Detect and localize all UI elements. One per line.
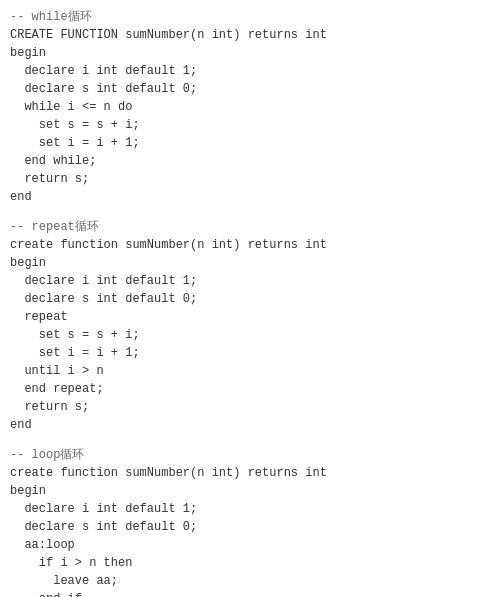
code-line: set i = i + 1; [10,344,494,362]
code-line: leave aa; [10,572,494,590]
code-line [10,434,494,446]
code-line: declare i int default 1; [10,272,494,290]
code-line: declare s int default 0; [10,80,494,98]
code-line: end while; [10,152,494,170]
code-line: begin [10,254,494,272]
code-line: return s; [10,398,494,416]
code-line: begin [10,482,494,500]
code-line: -- repeat循环 [10,218,494,236]
code-line: begin [10,44,494,62]
code-line: end [10,188,494,206]
code-line: set i = i + 1; [10,134,494,152]
code-line: aa:loop [10,536,494,554]
code-line: declare i int default 1; [10,62,494,80]
code-line: declare s int default 0; [10,518,494,536]
code-line: -- loop循环 [10,446,494,464]
code-line: create function sumNumber(n int) returns… [10,236,494,254]
code-line: -- while循环 [10,8,494,26]
code-line: end [10,416,494,434]
code-line: while i <= n do [10,98,494,116]
code-line: set s = s + i; [10,326,494,344]
code-line: end if [10,590,494,597]
code-line: create function sumNumber(n int) returns… [10,464,494,482]
code-line: if i > n then [10,554,494,572]
code-line: CREATE FUNCTION sumNumber(n int) returns… [10,26,494,44]
code-line: end repeat; [10,380,494,398]
code-line [10,206,494,218]
code-line: declare i int default 1; [10,500,494,518]
code-line: declare s int default 0; [10,290,494,308]
code-line: until i > n [10,362,494,380]
code-block: -- while循环CREATE FUNCTION sumNumber(n in… [0,0,504,597]
code-line: repeat [10,308,494,326]
code-line: return s; [10,170,494,188]
code-line: set s = s + i; [10,116,494,134]
